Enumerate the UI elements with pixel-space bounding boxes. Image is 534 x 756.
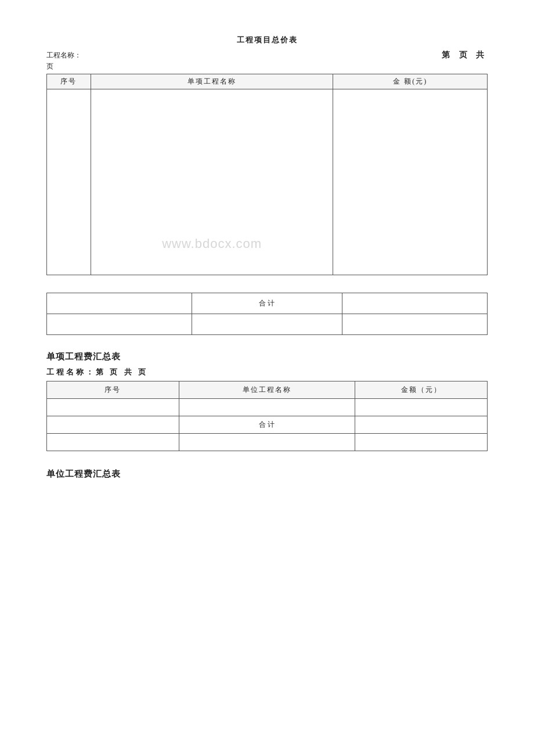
project-total-table: 序号 单项工程名称 金 额(元) www.bdocx.com xyxy=(46,74,488,275)
watermark-text: www.bdocx.com xyxy=(162,236,262,251)
danxiang-cell-heji-3 xyxy=(355,416,488,434)
table-row-empty: www.bdocx.com xyxy=(47,89,488,275)
danxiang-cell-heji-1 xyxy=(47,416,179,434)
section-danxiang: 单项工程费汇总表 工程名称：第 页 共 页 序号 单位工程名称 金额（元） 合 xyxy=(46,351,488,451)
header-seq: 序号 xyxy=(47,74,91,89)
danxiang-cell-1-3 xyxy=(355,399,488,416)
table-header-row: 序号 单项工程名称 金 额(元) xyxy=(47,74,488,89)
cell-seq-empty xyxy=(47,89,91,275)
danxiang-table: 序号 单位工程名称 金额（元） 合 计 xyxy=(46,381,488,451)
summary-cell-3 xyxy=(342,293,487,314)
summary-cell-2-3 xyxy=(342,314,487,335)
danxiang-header-amount: 金额（元） xyxy=(355,381,488,399)
summary-cell-2-1 xyxy=(47,314,192,335)
danxiang-row-3 xyxy=(47,434,488,451)
section-summary: 合 计 xyxy=(46,293,488,335)
page-info: 第 页 共 xyxy=(442,50,488,60)
cell-name-empty: www.bdocx.com xyxy=(91,89,333,275)
danxiang-cell-3-2 xyxy=(179,434,355,451)
danxiang-header-seq: 序号 xyxy=(47,381,179,399)
summary-row-2 xyxy=(47,314,488,335)
cell-amount-empty xyxy=(333,89,488,275)
danxiang-cell-3-3 xyxy=(355,434,488,451)
danxiang-row-1 xyxy=(47,399,488,416)
summary-cell-heji: 合 计 xyxy=(192,293,342,314)
table-title-1: 工程项目总价表 xyxy=(46,35,488,45)
header-name: 单项工程名称 xyxy=(91,74,333,89)
danxiang-cell-heji-2: 合 计 xyxy=(179,416,355,434)
summary-table: 合 计 xyxy=(46,293,488,335)
danxiang-sub-heading: 工程名称：第 页 共 页 xyxy=(46,367,488,377)
danxiang-cell-1-2 xyxy=(179,399,355,416)
danxiang-header-name: 单位工程名称 xyxy=(179,381,355,399)
meta-row: 工程名称： 第 页 共 xyxy=(46,50,488,60)
danxiang-heading: 单项工程费汇总表 xyxy=(46,351,488,362)
summary-cell-2-2 xyxy=(192,314,342,335)
section-danwei: 单位工程费汇总表 xyxy=(46,469,488,480)
summary-cell-1 xyxy=(47,293,192,314)
danxiang-header-row: 序号 单位工程名称 金额（元） xyxy=(47,381,488,399)
header-amount: 金 额(元) xyxy=(333,74,488,89)
summary-row-heji: 合 计 xyxy=(47,293,488,314)
danxiang-cell-1-1 xyxy=(47,399,179,416)
section-project-total: 工程项目总价表 工程名称： 第 页 共 页 序号 单项工程名称 金 额(元) w… xyxy=(46,35,488,275)
danxiang-row-heji: 合 计 xyxy=(47,416,488,434)
danwei-heading: 单位工程费汇总表 xyxy=(46,469,488,480)
project-name-label: 工程名称： xyxy=(46,51,81,60)
page-suffix: 页 xyxy=(46,62,488,71)
page: 工程项目总价表 工程名称： 第 页 共 页 序号 单项工程名称 金 额(元) w… xyxy=(0,0,534,756)
danxiang-cell-3-1 xyxy=(47,434,179,451)
